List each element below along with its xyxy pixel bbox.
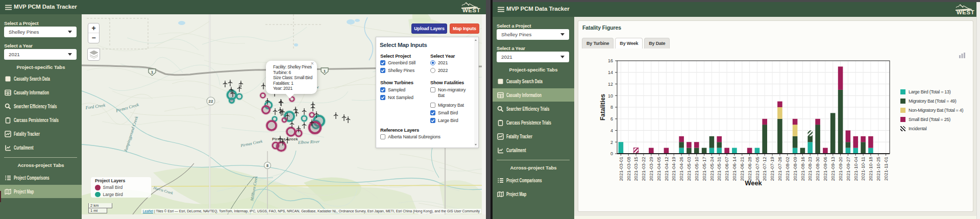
svg-text:8: 8 [266,164,268,167]
svg-text:2021-10-11: 2021-10-11 [861,157,866,181]
svg-text:10: 10 [608,93,613,99]
svg-text:2021-09-06: 2021-09-06 [823,157,828,181]
svg-text:Week: Week [745,179,762,187]
svg-text:2021-08-16: 2021-08-16 [800,157,805,181]
svg-text:2021-03-22: 2021-03-22 [641,157,646,181]
svg-text:2021-06-14: 2021-06-14 [732,157,737,181]
svg-text:WEST: WEST [462,7,480,13]
svg-text:2021-07-12: 2021-07-12 [762,157,767,181]
svg-text:1: 1 [324,69,326,74]
svg-text:2021-03-01: 2021-03-01 [619,157,624,181]
svg-text:2021-06-28: 2021-06-28 [747,157,752,181]
svg-text:2021-05-17: 2021-05-17 [702,157,707,181]
svg-text:0: 0 [610,151,613,156]
svg-text:2021-04-19: 2021-04-19 [671,157,676,181]
svg-text:2021-04-05: 2021-04-05 [656,157,662,181]
svg-text:2021-07-19: 2021-07-19 [770,157,775,181]
svg-text:2021-06-07: 2021-06-07 [724,157,729,181]
svg-text:Pirmez Creek: Pirmez Creek [272,137,298,141]
svg-text:Fatalities: Fatalities [599,94,606,120]
svg-text:2021-08-23: 2021-08-23 [807,157,813,181]
svg-text:2021-04-26: 2021-04-26 [679,157,684,181]
svg-text:2021-05-10: 2021-05-10 [694,157,699,181]
svg-text:4: 4 [610,128,613,133]
svg-text:12: 12 [608,82,613,87]
svg-text:2021-08-30: 2021-08-30 [815,157,820,181]
svg-text:2021-08-09: 2021-08-09 [793,157,798,181]
svg-text:2021-05-03: 2021-05-03 [687,157,692,181]
svg-text:2021-03-15: 2021-03-15 [633,157,639,181]
svg-text:2021-07-05: 2021-07-05 [755,157,760,181]
svg-text:16: 16 [608,58,613,63]
svg-text:2021-10-25: 2021-10-25 [876,157,881,181]
svg-text:2021-10-04: 2021-10-04 [853,157,859,181]
svg-text:WEST: WEST [957,9,974,15]
svg-text:2021-07-26: 2021-07-26 [777,157,782,181]
svg-text:14: 14 [608,70,613,75]
svg-text:2021-10-18: 2021-10-18 [868,157,873,181]
svg-text:2021-05-24: 2021-05-24 [709,157,715,181]
svg-text:2021-08-02: 2021-08-02 [785,157,790,181]
svg-text:2021-09-13: 2021-09-13 [830,157,836,181]
svg-text:2021-09-27: 2021-09-27 [846,157,851,181]
svg-text:2021-11-01: 2021-11-01 [884,157,889,181]
svg-text:2021-03-29: 2021-03-29 [649,157,654,181]
svg-text:2021-03-08: 2021-03-08 [626,157,631,181]
svg-text:22: 22 [209,99,213,104]
svg-text:8: 8 [610,105,613,110]
svg-text:6: 6 [610,116,613,121]
svg-text:2021-05-31: 2021-05-31 [717,157,722,181]
svg-text:2: 2 [610,140,613,145]
svg-text:1: 1 [151,70,154,75]
svg-text:2021-06-21: 2021-06-21 [740,157,745,181]
svg-text:2021-04-12: 2021-04-12 [664,157,669,181]
svg-text:2021-09-20: 2021-09-20 [838,157,843,181]
